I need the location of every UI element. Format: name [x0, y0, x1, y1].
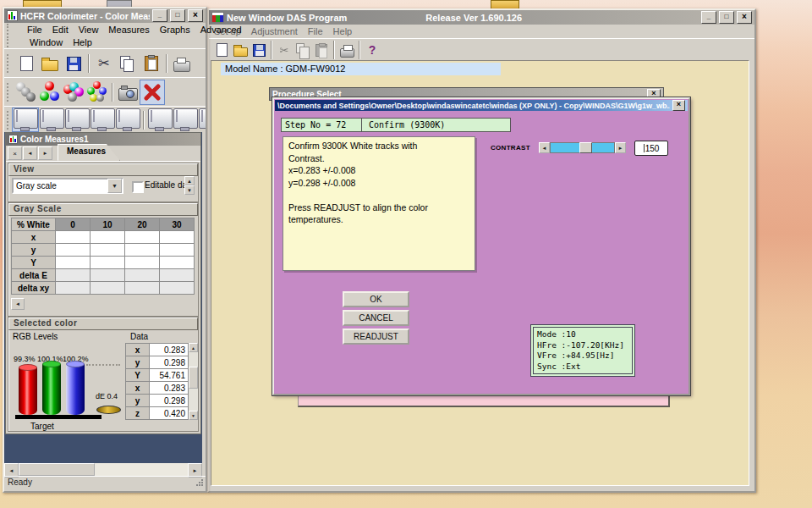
dropdown-arrow-icon[interactable]: ▼	[107, 179, 122, 193]
open-file-button[interactable]	[231, 41, 250, 59]
tab-measures[interactable]: Measures	[58, 144, 120, 161]
view-extra-button[interactable]	[198, 108, 206, 131]
row-label: Y	[12, 257, 56, 269]
data-row-key: x	[126, 344, 150, 356]
background-folder-icon	[491, 0, 519, 8]
help-button[interactable]: ?	[363, 41, 381, 59]
text-cursor	[644, 144, 645, 152]
menu-measures[interactable]: Measures	[103, 24, 154, 36]
hcfr-titlebar[interactable]: HCFR Colorimeter - Color Measures1 _ □ ×	[4, 8, 206, 23]
measure-spinner[interactable]: ▲ ▼	[184, 176, 195, 195]
ok-button[interactable]: OK	[343, 291, 409, 307]
secondaries-measure-button[interactable]	[62, 80, 85, 104]
windas-dialog: \Documents and Settings\Owner\Desktop\wi…	[272, 97, 690, 395]
das-titlebar[interactable]: New Window DAS Program Release Ver 1.690…	[209, 10, 754, 25]
print-button[interactable]	[170, 52, 194, 75]
data-row-key: x	[126, 382, 150, 395]
child-titlebar[interactable]: Color Measures1	[6, 133, 200, 146]
view-cie-button[interactable]	[147, 108, 173, 131]
das-minimize-button[interactable]: _	[701, 11, 716, 24]
view-luminance-button[interactable]	[173, 108, 198, 131]
scroll-thumb[interactable]	[19, 463, 95, 476]
toolbar-grip[interactable]	[7, 111, 8, 130]
data-table-scrollbar[interactable]: ▲ ▼	[189, 343, 198, 420]
toolbar-grip[interactable]	[7, 83, 11, 102]
das-close-button[interactable]: ×	[737, 11, 752, 24]
save-file-button[interactable]	[62, 52, 85, 75]
copy-button[interactable]	[116, 52, 140, 75]
hcfr-maximize-button[interactable]: □	[170, 9, 185, 22]
grayscale-measure-button[interactable]	[14, 80, 38, 104]
message-line: Press READJUST to align the color	[288, 202, 469, 215]
windas-dialog-titlebar[interactable]: \Documents and Settings\Owner\Desktop\wi…	[275, 100, 688, 111]
scroll-up-icon[interactable]: ▲	[189, 343, 198, 352]
menu-view[interactable]: View	[74, 24, 104, 36]
editable-data-checkbox[interactable]	[132, 181, 144, 193]
grayscale-cell	[56, 231, 91, 244]
slider-right-arrow[interactable]: ►	[615, 142, 626, 153]
table-scroll-left-button[interactable]: ◄	[11, 298, 25, 310]
new-file-button[interactable]	[14, 52, 38, 75]
slider-thumb[interactable]	[579, 142, 592, 153]
menu-help[interactable]: Help	[68, 36, 97, 48]
grayscale-cell	[91, 231, 125, 244]
print-button[interactable]	[337, 41, 356, 59]
delete-measure-button[interactable]	[140, 80, 165, 105]
contrast-slider[interactable]: ◄ ►	[539, 142, 626, 153]
resize-grip[interactable]	[196, 479, 204, 487]
das-menu-help[interactable]: Help	[328, 25, 358, 37]
view-measures-button[interactable]	[12, 108, 39, 132]
menu-file[interactable]: File	[22, 24, 47, 36]
toolbar-grip[interactable]	[7, 54, 11, 73]
save-file-button[interactable]	[250, 41, 268, 59]
readjust-button[interactable]: READJUST	[343, 329, 409, 345]
cancel-button[interactable]: CANCEL	[343, 310, 409, 326]
spinner-up-icon[interactable]: ▲	[184, 176, 195, 185]
open-file-button[interactable]	[38, 52, 62, 75]
menubar-grip[interactable]	[7, 36, 21, 47]
continuous-measure-button[interactable]	[85, 80, 109, 104]
grayscale-group: Gray Scale % White 0 10 20 30 x y Y delt…	[8, 202, 199, 317]
paste-button[interactable]	[312, 41, 331, 59]
copy-icon	[296, 43, 304, 53]
hcfr-horizontal-scrollbar[interactable]: ◄ ►	[4, 463, 202, 476]
scroll-thumb[interactable]	[189, 367, 198, 389]
cut-button[interactable]: ✂	[92, 52, 116, 75]
cut-button[interactable]: ✂	[275, 41, 294, 59]
view-rgb-levels-button[interactable]	[64, 108, 90, 131]
spinner-down-icon[interactable]: ▼	[184, 185, 195, 195]
new-file-icon	[20, 56, 33, 71]
contrast-value-input[interactable]: 150	[634, 141, 668, 156]
das-maximize-button[interactable]: □	[719, 11, 734, 24]
grayscale-group-header: Gray Scale	[8, 203, 198, 216]
das-menu-file[interactable]: File	[303, 25, 328, 37]
view-dropdown[interactable]: Gray scale ▼	[12, 178, 123, 194]
hcfr-minimize-button[interactable]: _	[152, 9, 167, 22]
red-level-bar	[19, 367, 37, 415]
copy-button[interactable]	[294, 41, 312, 59]
scroll-down-icon[interactable]: ▼	[189, 411, 198, 420]
view-colortemp-button[interactable]	[115, 108, 140, 131]
child-title: Color Measures1	[20, 135, 89, 144]
view-tracking-button[interactable]	[90, 108, 115, 131]
view-gamma-button[interactable]	[39, 108, 64, 131]
das-menu-adjustment[interactable]: Adjustment	[246, 25, 303, 37]
new-file-button[interactable]	[212, 41, 231, 59]
tab-prev-button[interactable]: ◄	[23, 146, 37, 160]
grayscale-cell	[125, 231, 160, 244]
capture-button[interactable]	[116, 80, 140, 104]
menu-window[interactable]: Window	[25, 36, 68, 48]
menu-graphs[interactable]: Graphs	[155, 24, 195, 36]
windas-dialog-close-button[interactable]: ×	[672, 100, 685, 111]
slider-left-arrow[interactable]: ◄	[539, 142, 550, 153]
menu-edit[interactable]: Edit	[47, 24, 74, 36]
menu-advanced[interactable]: Advanced	[195, 24, 247, 36]
tab-next-button[interactable]: ►	[38, 146, 52, 160]
menubar-grip[interactable]	[7, 24, 19, 35]
hcfr-window: HCFR Colorimeter - Color Measures1 _ □ ×…	[3, 7, 207, 493]
tab-close-button[interactable]: ×	[8, 146, 22, 160]
hcfr-close-button[interactable]: ×	[188, 9, 203, 22]
signal-info-box: Mode :10 HFre :-107.20[KHz] VFre :+84.95…	[530, 324, 635, 377]
paste-button[interactable]	[140, 52, 163, 75]
primaries-measure-button[interactable]	[38, 80, 62, 104]
